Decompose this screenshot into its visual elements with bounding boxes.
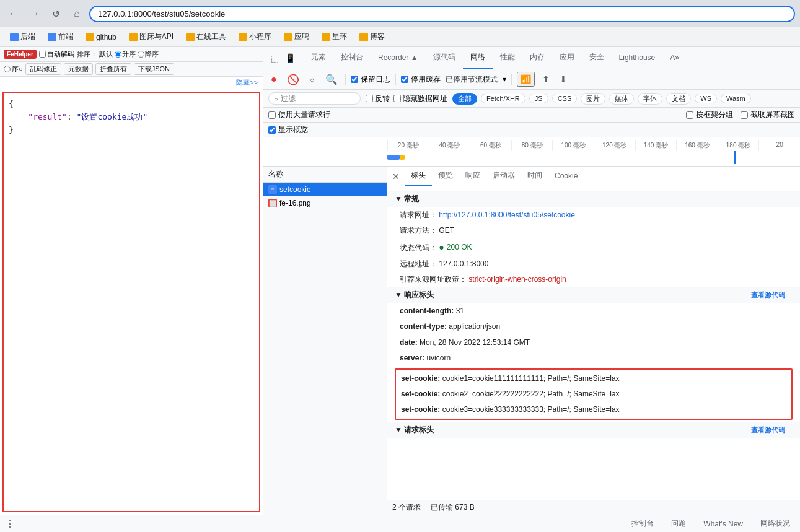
auto-decode-checkbox[interactable]: 自动解码 [39,50,74,59]
address-bar[interactable]: 127.0.0.1:8000/test/stu05/setcookie [89,6,795,22]
bookmark-tools[interactable]: 在线工具 [181,30,231,44]
seq-radio-label[interactable]: 序○ [4,64,23,74]
filter-fetch-xhr-btn[interactable]: Fetch/XHR [481,94,525,103]
detail-close-button[interactable]: ✕ [387,168,405,185]
bottom-tab-console[interactable]: 控制台 [626,517,659,530]
tab-lighthouse[interactable]: Lighthouse [612,47,663,69]
bottom-tab-whatsnew[interactable]: What's New [698,518,748,530]
tab-memory[interactable]: 内存 [522,47,552,69]
show-overview-checkbox[interactable]: 显示概览 [268,124,308,135]
invert-checkbox[interactable]: 反转 [366,94,390,104]
bottom-tab-network[interactable]: 网络状况 [755,517,795,530]
view-source-response-btn[interactable]: 查看源代码 [751,290,793,300]
hide-data-url-checkbox[interactable]: 隐藏数据网址 [393,94,447,104]
clear-button[interactable]: 🚫 [284,72,302,87]
general-section-header[interactable]: ▼ 常规 [387,191,800,207]
filter-css-btn[interactable]: CSS [552,94,578,103]
sort-asc-radio[interactable]: 升序 [115,50,136,59]
reload-button[interactable]: ↺ [47,5,64,22]
bookmark-backend[interactable]: 后端 [5,30,40,44]
device-icon[interactable]: 📱 [283,52,298,64]
tab-security[interactable]: 安全 [582,47,612,69]
bookmark-apply[interactable]: 应聘 [279,30,314,44]
tab-recorder[interactable]: Recorder ▲ [371,47,426,69]
tab-sources[interactable]: 源代码 [426,47,463,69]
filter-button[interactable]: ⬦ [307,72,318,86]
tab-application[interactable]: 应用 [552,47,582,69]
home-button[interactable]: ⌂ [68,5,86,22]
sort-desc-input[interactable] [138,51,144,58]
filter-input-wrap[interactable]: ⬦ [268,92,361,105]
filter-img-btn[interactable]: 图片 [581,93,605,105]
view-source-request-btn[interactable]: 查看源代码 [751,425,793,435]
tab-network[interactable]: 网络 [463,47,493,69]
bottom-tab-issues[interactable]: 问题 [666,517,691,530]
wifi-button[interactable]: 📶 [517,72,535,87]
bookmark-imgapi[interactable]: 图床与API [124,30,178,44]
detail-tab-timing[interactable]: 时间 [521,167,548,186]
chaotic-btn[interactable]: 乱码修正 [25,63,61,75]
filter-wasm-btn[interactable]: Wasm [721,94,751,103]
network-item-setcookie[interactable]: ≡ setcookie [263,183,387,196]
bookmark-frontend[interactable]: 前端 [43,30,78,44]
big-rows-checkbox[interactable]: 使用大量请求行 [268,110,330,120]
inspect-icon[interactable]: ⬚ [268,52,281,64]
screenshot-checkbox[interactable]: 截取屏幕截图 [741,110,795,120]
bookmark-icon [48,33,56,41]
toolbar-separator3 [511,74,512,85]
bookmark-miniapp[interactable]: 小程序 [234,30,276,44]
preserve-log-input[interactable] [351,76,358,83]
back-button[interactable]: ← [5,5,22,22]
bookmark-xinhuan[interactable]: 星环 [317,30,352,44]
detail-tab-preview[interactable]: 预览 [432,167,459,186]
address-input[interactable]: 127.0.0.1:8000/test/stu05/setcookie [98,9,786,19]
bookmark-blog[interactable]: 博客 [354,30,390,44]
group-by-frame-checkbox[interactable]: 按框架分组 [686,110,733,120]
filter-all-btn[interactable]: 全部 [452,93,477,105]
download-button[interactable]: ⬇ [557,73,569,85]
hide-data-url-input[interactable] [393,95,401,102]
detail-tab-cookie[interactable]: Cookie [548,168,584,185]
show-overview-input[interactable] [268,126,276,134]
request-headers-section-header[interactable]: ▼ 请求标头 查看源代码 [387,422,800,438]
invert-input[interactable] [366,95,373,102]
seq-radio[interactable] [4,66,11,72]
disable-cache-input[interactable] [401,76,408,83]
sort-desc-radio[interactable]: 降序 [138,50,159,59]
record-button[interactable]: ● [268,72,279,86]
auto-decode-input[interactable] [39,51,46,58]
upload-button[interactable]: ⬆ [540,73,552,85]
filter-font-btn[interactable]: 字体 [638,93,662,105]
big-rows-input[interactable] [268,111,276,119]
bottom-menu-icon[interactable]: ⋮ [5,518,15,530]
preserve-log-checkbox[interactable]: 保留日志 [351,74,390,85]
detail-tab-headers[interactable]: 标头 [405,167,432,186]
big-rows-label: 使用大量请求行 [278,110,330,120]
sort-asc-input[interactable] [115,51,121,58]
meta-btn[interactable]: 元数据 [64,63,93,75]
forward-button[interactable]: → [26,5,43,22]
tab-performance[interactable]: 性能 [493,47,522,69]
tab-elements[interactable]: 元素 [304,47,333,69]
filter-input[interactable] [281,94,355,103]
filter-ws-btn[interactable]: WS [695,94,717,103]
filter-media-btn[interactable]: 媒体 [609,93,634,105]
group-by-frame-input[interactable] [686,111,693,119]
screenshot-input[interactable] [741,111,748,119]
tab-more[interactable]: A» [662,47,687,69]
hide-link[interactable]: 隐藏>> [0,77,263,89]
detail-tab-response[interactable]: 响应 [459,167,486,186]
fold-btn[interactable]: 折叠所有 [95,63,131,75]
detail-tab-initiator[interactable]: 启动器 [486,167,521,186]
throttle-dropdown-icon[interactable]: ▾ [503,75,506,84]
filter-js-btn[interactable]: JS [529,94,548,103]
response-headers-section-header[interactable]: ▼ 响应标头 查看源代码 [387,287,800,303]
search-button[interactable]: 🔍 [323,72,340,87]
network-item-feimg[interactable]: ⬜ fe-16.png [263,196,387,210]
download-btn[interactable]: 下载JSON [134,63,174,75]
timeline-bar-setcookie [387,155,400,160]
tab-console[interactable]: 控制台 [333,47,371,69]
bookmark-github[interactable]: github [81,31,121,43]
disable-cache-checkbox[interactable]: 停用缓存 [401,74,441,85]
filter-doc-btn[interactable]: 文档 [666,93,691,105]
